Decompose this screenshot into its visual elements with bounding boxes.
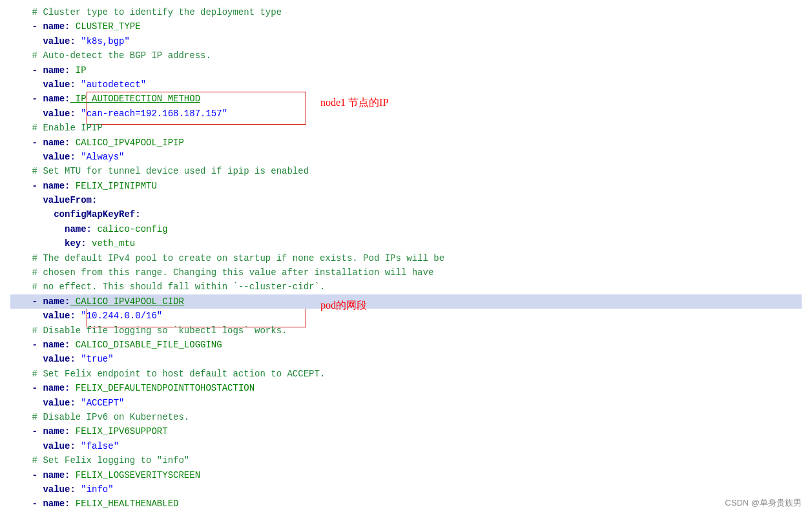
key: value: bbox=[10, 482, 76, 497]
code-line: - name: FELIX_IPINIPMTU bbox=[10, 179, 802, 193]
code-line: configMapKeyRef: bbox=[10, 207, 802, 221]
dash: - bbox=[10, 497, 43, 511]
dash: - bbox=[10, 424, 43, 438]
code-line: # Cluster type to identify the deploymen… bbox=[10, 5, 802, 19]
comment-text: # no effect. This should fall within `--… bbox=[10, 280, 325, 294]
name-value: CALICO_IPV4POOL_IPIP bbox=[70, 136, 183, 150]
key: name: bbox=[43, 136, 70, 150]
name-value: veth_mtu bbox=[87, 236, 136, 251]
name-value: IP_AUTODETECTION_METHOD bbox=[70, 92, 200, 106]
code-line: value: "k8s,bgp" bbox=[10, 34, 802, 48]
code-line: value: "info" bbox=[10, 482, 802, 497]
name-value: CALICO_IPV4POOL_CIDR bbox=[70, 294, 183, 309]
code-container: # Cluster type to identify the deploymen… bbox=[0, 0, 812, 514]
key: value: bbox=[10, 439, 76, 453]
value-string: "autodetect" bbox=[76, 77, 146, 92]
code-line: value: "10.244.0.0/16" bbox=[10, 309, 802, 323]
comment-text: # Enable IPIP bbox=[10, 121, 103, 135]
value-string: "k8s,bgp" bbox=[76, 34, 130, 48]
comment-text: # Set Felix logging to "info" bbox=[10, 453, 189, 468]
value-string: "false" bbox=[76, 439, 119, 453]
name-value: calico-config bbox=[92, 222, 168, 236]
key: key: bbox=[10, 236, 87, 251]
code-line: - name: FELIX_DEFAULTENDPOINTTOHOSTACTIO… bbox=[10, 381, 802, 395]
code-line: # The default IPv4 pool to create on sta… bbox=[10, 251, 802, 265]
key: name: bbox=[43, 338, 70, 352]
key: value: bbox=[10, 352, 76, 366]
code-line: # Set Felix logging to "info" bbox=[10, 453, 802, 468]
value-string: "info" bbox=[76, 482, 114, 497]
dash: - bbox=[10, 63, 43, 77]
comment-text: # Cluster type to identify the deploymen… bbox=[10, 5, 282, 19]
dash: - bbox=[10, 294, 43, 309]
key: value: bbox=[10, 107, 76, 121]
code-line: value: "true" bbox=[10, 352, 802, 366]
key: value: bbox=[10, 396, 76, 410]
code-line: value: "autodetect" bbox=[10, 77, 802, 92]
code-line: # Disable IPv6 on Kubernetes. bbox=[10, 410, 802, 424]
code-line: - name: CALICO_IPV4POOL_CIDR bbox=[10, 294, 802, 309]
key: value: bbox=[10, 309, 76, 323]
key: value: bbox=[10, 34, 76, 48]
key: configMapKeyRef: bbox=[10, 207, 141, 221]
comment-text: # chosen from this range. Changing this … bbox=[10, 265, 433, 280]
code-line: # chosen from this range. Changing this … bbox=[10, 265, 802, 280]
name-value: FELIX_HEALTHENABLED bbox=[70, 497, 178, 511]
code-line: # Disable file logging so `kubectl logs`… bbox=[10, 324, 802, 338]
key: name: bbox=[43, 424, 70, 438]
key: name: bbox=[43, 497, 70, 511]
dash: - bbox=[10, 381, 43, 395]
watermark: CSDN @单身贵族男 bbox=[725, 497, 802, 510]
dash: - bbox=[10, 338, 43, 352]
comment-text: # Set MTU for tunnel device used if ipip… bbox=[10, 164, 309, 178]
code-line: key: veth_mtu bbox=[10, 236, 802, 251]
dash: - bbox=[10, 19, 43, 34]
code-line: - name: FELIX_LOGSEVERITYSCREEN bbox=[10, 468, 802, 482]
code-line: valueFrom: bbox=[10, 193, 802, 207]
name-value: FELIX_DEFAULTENDPOINTTOHOSTACTION bbox=[70, 381, 255, 395]
value-string: "true" bbox=[76, 352, 114, 366]
name-value: FELIX_LOGSEVERITYSCREEN bbox=[70, 468, 200, 482]
code-line: - name: CALICO_IPV4POOL_IPIP bbox=[10, 136, 802, 150]
code-line: name: calico-config bbox=[10, 222, 802, 236]
comment-text: # Set Felix endpoint to host default act… bbox=[10, 367, 325, 381]
value-string: "can-reach=192.168.187.157" bbox=[76, 107, 227, 121]
dash: - bbox=[10, 136, 43, 150]
dash: - bbox=[10, 179, 43, 193]
key: name: bbox=[43, 294, 70, 309]
name-value: FELIX_IPINIPMTU bbox=[70, 179, 156, 193]
key: name: bbox=[43, 19, 70, 34]
code-line: value: "can-reach=192.168.187.157" bbox=[10, 107, 802, 121]
key: name: bbox=[43, 381, 70, 395]
name-value: IP bbox=[70, 63, 86, 77]
pod-annotation: pod的网段 bbox=[320, 297, 367, 314]
code-line: - name: FELIX_HEALTHENABLED bbox=[10, 497, 802, 511]
code-line: # Auto-detect the BGP IP address. bbox=[10, 48, 802, 63]
value-string: "10.244.0.0/16" bbox=[76, 309, 162, 323]
code-line: value: "ACCEPT" bbox=[10, 396, 802, 410]
key: name: bbox=[43, 63, 70, 77]
key: name: bbox=[10, 222, 92, 236]
dash: - bbox=[10, 92, 43, 106]
key: value: bbox=[10, 77, 76, 92]
comment-text: # Disable IPv6 on Kubernetes. bbox=[10, 410, 189, 424]
code-line: - name: FELIX_IPV6SUPPORT bbox=[10, 424, 802, 438]
key: valueFrom: bbox=[10, 193, 97, 207]
key: name: bbox=[43, 179, 70, 193]
code-line: # Set MTU for tunnel device used if ipip… bbox=[10, 164, 802, 178]
name-value: FELIX_IPV6SUPPORT bbox=[70, 424, 167, 438]
comment-text: # The default IPv4 pool to create on sta… bbox=[10, 251, 444, 265]
key: name: bbox=[43, 92, 70, 106]
key: value: bbox=[10, 150, 76, 164]
node1-annotation: node1 节点的IP bbox=[320, 94, 388, 111]
code-line: # no effect. This should fall within `--… bbox=[10, 280, 802, 294]
code-line: - name: IP bbox=[10, 63, 802, 77]
comment-text: # Auto-detect the BGP IP address. bbox=[10, 48, 211, 63]
code-line: - name: CALICO_DISABLE_FILE_LOGGING bbox=[10, 338, 802, 352]
code-line: # Enable IPIP bbox=[10, 121, 802, 135]
comment-text: # Disable file logging so `kubectl logs`… bbox=[10, 324, 287, 338]
code-line: value: "false" bbox=[10, 439, 802, 453]
code-line: value: "Always" bbox=[10, 150, 802, 164]
code-line: # Set Felix endpoint to host default act… bbox=[10, 367, 802, 381]
name-value: CLUSTER_TYPE bbox=[70, 19, 140, 34]
